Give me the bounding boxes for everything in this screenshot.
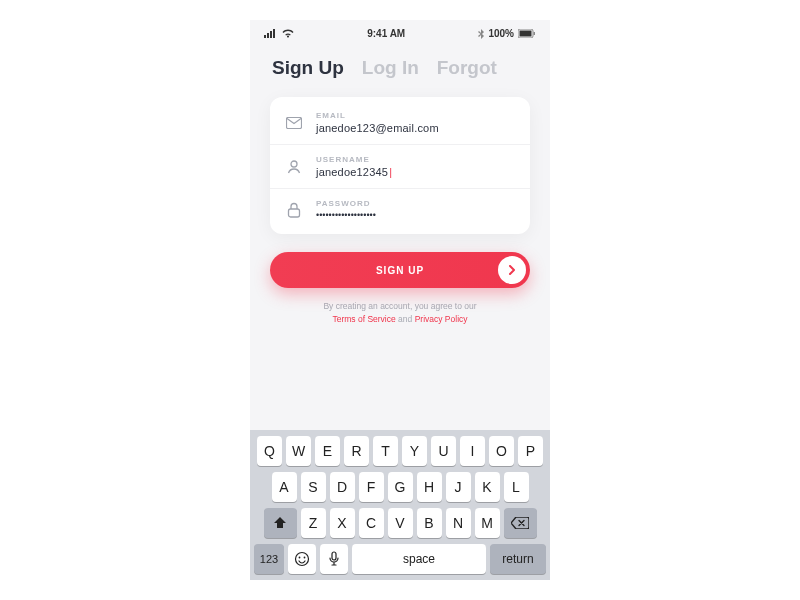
key-row-2: ASDFGHJKL xyxy=(254,472,546,502)
shift-icon xyxy=(273,516,287,530)
key-o[interactable]: O xyxy=(489,436,514,466)
email-label: EMAIL xyxy=(316,111,516,120)
signup-form-card: EMAIL janedoe123@email.com USERNAME jane… xyxy=(270,97,530,234)
phone-frame: 9:41 AM 100% Sign Up Log In Forgot EMAIL… xyxy=(250,20,550,580)
keyboard: QWERTYUIOP ASDFGHJKL ZXCVBNM 123 space r… xyxy=(250,430,550,580)
key-l[interactable]: L xyxy=(504,472,529,502)
username-field-row[interactable]: USERNAME janedoe12345| xyxy=(270,145,530,189)
svg-point-8 xyxy=(291,161,297,167)
key-m[interactable]: M xyxy=(475,508,500,538)
key-b[interactable]: B xyxy=(417,508,442,538)
key-e[interactable]: E xyxy=(315,436,340,466)
legal-prefix: By creating an account, you agree to our xyxy=(323,301,476,311)
key-p[interactable]: P xyxy=(518,436,543,466)
svg-point-12 xyxy=(304,557,306,559)
user-icon xyxy=(284,159,304,175)
tab-login[interactable]: Log In xyxy=(362,57,419,79)
key-v[interactable]: V xyxy=(388,508,413,538)
password-value: ••••••••••••••••••• xyxy=(316,210,516,220)
cellular-icon xyxy=(264,29,278,38)
bluetooth-icon xyxy=(478,29,484,39)
email-field-row[interactable]: EMAIL janedoe123@email.com xyxy=(270,101,530,145)
key-j[interactable]: J xyxy=(446,472,471,502)
key-n[interactable]: N xyxy=(446,508,471,538)
signup-arrow-button[interactable] xyxy=(498,256,526,284)
username-value: janedoe12345| xyxy=(316,166,516,178)
return-key[interactable]: return xyxy=(490,544,546,574)
space-key[interactable]: space xyxy=(352,544,486,574)
privacy-link[interactable]: Privacy Policy xyxy=(415,314,468,324)
signup-button-label: SIGN UP xyxy=(376,265,424,276)
key-r[interactable]: R xyxy=(344,436,369,466)
status-right: 100% xyxy=(478,28,536,39)
shift-key[interactable] xyxy=(264,508,297,538)
key-u[interactable]: U xyxy=(431,436,456,466)
key-c[interactable]: C xyxy=(359,508,384,538)
key-g[interactable]: G xyxy=(388,472,413,502)
key-z[interactable]: Z xyxy=(301,508,326,538)
key-row-3: ZXCVBNM xyxy=(254,508,546,538)
key-row-bottom: 123 space return xyxy=(254,544,546,574)
svg-rect-6 xyxy=(534,32,536,35)
svg-rect-1 xyxy=(267,33,269,38)
battery-percent: 100% xyxy=(488,28,514,39)
key-s[interactable]: S xyxy=(301,472,326,502)
key-q[interactable]: Q xyxy=(257,436,282,466)
lock-icon xyxy=(284,202,304,218)
legal-text: By creating an account, you agree to our… xyxy=(250,300,550,326)
mic-icon xyxy=(329,551,339,567)
svg-rect-5 xyxy=(520,31,532,37)
status-bar: 9:41 AM 100% xyxy=(250,20,550,43)
terms-link[interactable]: Terms of Service xyxy=(332,314,395,324)
key-f[interactable]: F xyxy=(359,472,384,502)
auth-tabs: Sign Up Log In Forgot xyxy=(250,43,550,89)
key-i[interactable]: I xyxy=(460,436,485,466)
svg-rect-2 xyxy=(270,31,272,38)
text-cursor: | xyxy=(389,166,392,178)
chevron-right-icon xyxy=(507,265,517,275)
key-w[interactable]: W xyxy=(286,436,311,466)
svg-point-11 xyxy=(299,557,301,559)
emoji-icon xyxy=(294,551,310,567)
key-k[interactable]: K xyxy=(475,472,500,502)
clock: 9:41 AM xyxy=(367,28,405,39)
backspace-key[interactable] xyxy=(504,508,537,538)
wifi-icon xyxy=(282,29,294,38)
signal-indicators xyxy=(264,29,294,38)
emoji-key[interactable] xyxy=(288,544,316,574)
key-h[interactable]: H xyxy=(417,472,442,502)
password-field-row[interactable]: PASSWORD ••••••••••••••••••• xyxy=(270,189,530,230)
numbers-key[interactable]: 123 xyxy=(254,544,284,574)
svg-rect-13 xyxy=(332,552,336,560)
dictation-key[interactable] xyxy=(320,544,348,574)
password-label: PASSWORD xyxy=(316,199,516,208)
email-value: janedoe123@email.com xyxy=(316,122,516,134)
svg-rect-9 xyxy=(289,209,300,217)
username-label: USERNAME xyxy=(316,155,516,164)
backspace-icon xyxy=(511,517,529,529)
legal-and: and xyxy=(396,314,415,324)
key-row-1: QWERTYUIOP xyxy=(254,436,546,466)
signup-button[interactable]: SIGN UP xyxy=(270,252,530,288)
key-y[interactable]: Y xyxy=(402,436,427,466)
tab-forgot[interactable]: Forgot xyxy=(437,57,497,79)
key-x[interactable]: X xyxy=(330,508,355,538)
svg-rect-0 xyxy=(264,35,266,38)
key-t[interactable]: T xyxy=(373,436,398,466)
key-a[interactable]: A xyxy=(272,472,297,502)
tab-signup[interactable]: Sign Up xyxy=(272,57,344,79)
battery-icon xyxy=(518,29,536,38)
svg-rect-3 xyxy=(273,29,275,38)
key-d[interactable]: D xyxy=(330,472,355,502)
email-icon xyxy=(284,117,304,129)
